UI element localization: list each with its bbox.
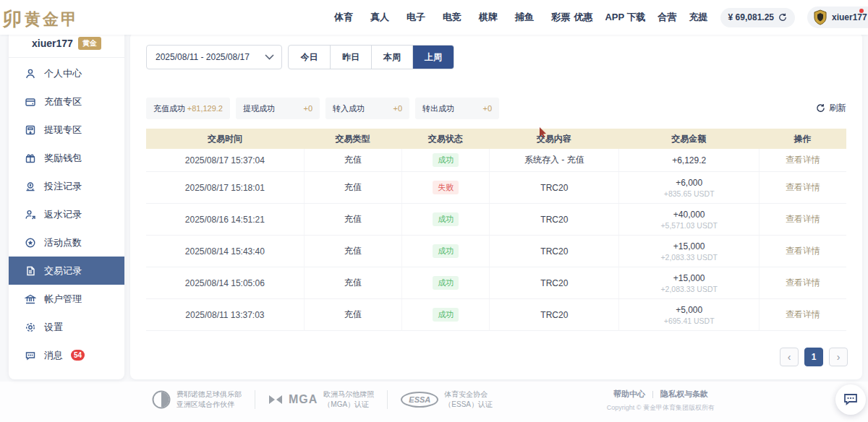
sidebar-item-deposit[interactable]: 充值专区 (9, 87, 124, 116)
site-logo[interactable]: 卯 黄金甲 (7, 7, 79, 32)
transactions-table: 交易时间 交易类型 交易状态 交易内容 交易金额 操作 2025/08/17 1… (146, 129, 846, 331)
nav-fishing[interactable]: 捕鱼 (515, 11, 534, 24)
stat-label: 充值成功 (153, 103, 185, 114)
essa-logo-icon: ESSA (401, 392, 438, 408)
bet-records-icon (25, 181, 36, 192)
avatar-shield-icon (813, 9, 827, 25)
summary-stats: 充值成功 +81,129.2 提现成功 +0 转入成功 +0 转出成功 +0 (146, 98, 499, 119)
sidebar-item-settings[interactable]: 设置 (9, 313, 124, 341)
link-app-download[interactable]: APP 下载 (605, 11, 645, 24)
tab-yesterday[interactable]: 昨日 (330, 46, 371, 69)
nav-lottery[interactable]: 彩票 (551, 11, 570, 24)
cell-time: 2025/08/17 15:37:04 (146, 149, 304, 171)
footer: 费耶诺德足球俱乐部 亚洲区域合作伙伴 MGA 欧洲马尔他牌照 （MGA）认证 E… (0, 382, 868, 422)
nav-sports[interactable]: 体育 (334, 11, 353, 24)
messages-icon (25, 350, 36, 361)
page-1-button[interactable]: 1 (804, 348, 823, 366)
date-range-picker[interactable]: 2025/08/11 - 2025/08/17 (146, 45, 282, 69)
view-details-link[interactable]: 查看详情 (786, 309, 820, 321)
stat-value: +0 (482, 104, 492, 113)
stat-label: 转入成功 (333, 103, 365, 114)
tab-last-week[interactable]: 上周 (412, 46, 454, 69)
copyright-text: Copyright © 黄金甲体育集团版权所有 (607, 403, 715, 413)
settings-icon (25, 322, 36, 333)
partner-mga: MGA 欧洲马尔他牌照 （MGA）认证 (268, 390, 374, 409)
cell-amount: +6,129.2 (672, 155, 706, 165)
next-page-button[interactable]: › (829, 348, 848, 366)
link-promotions[interactable]: 优惠 (574, 11, 592, 24)
cell-type: 充值 (304, 267, 402, 298)
nav-live[interactable]: 真人 (370, 11, 389, 24)
view-details-link[interactable]: 查看详情 (786, 154, 820, 166)
stat-transfer-in-success: 转入成功 +0 (326, 98, 409, 119)
sidebar-item-label: 提现专区 (44, 124, 82, 137)
sidebar-item-transaction-records[interactable]: 交易记录 (9, 257, 124, 285)
cell-content: TRC20 (489, 267, 618, 298)
activity-points-icon (25, 237, 36, 249)
table-row: 2025/08/14 15:43:40 充值 成功 TRC20 +15,000+… (146, 236, 846, 267)
cell-status: 成功 (401, 149, 489, 171)
nav-slots[interactable]: 电子 (407, 11, 425, 24)
logo-text: 黄金甲 (25, 9, 79, 30)
cell-time: 2025/08/14 15:05:06 (146, 267, 304, 298)
partner-line2: 亚洲区域合作伙伴 (176, 400, 242, 409)
sidebar-item-withdraw[interactable]: 提现专区 (9, 116, 124, 144)
sidebar-item-account-management[interactable]: 帐户管理 (9, 285, 124, 313)
cell-content: TRC20 (489, 204, 618, 235)
sidebar-item-label: 交易记录 (44, 264, 82, 277)
col-action: 操作 (759, 133, 846, 145)
messages-count-badge: 54 (71, 350, 85, 361)
cell-time: 2025/08/16 14:51:21 (146, 204, 304, 235)
status-badge: 成功 (433, 308, 459, 322)
cell-time: 2025/08/14 15:43:40 (146, 236, 304, 267)
transaction-records-icon (25, 265, 36, 277)
mga-logo-text: MGA (289, 393, 318, 406)
feyenoord-logo-icon (152, 390, 171, 409)
cell-type: 充值 (304, 299, 402, 330)
partner-line2: （ESSA）认证 (444, 400, 493, 409)
privacy-terms-link[interactable]: 隐私权与条款 (660, 389, 708, 400)
sidebar-item-bet-records[interactable]: 投注记录 (9, 172, 124, 200)
sidebar-item-reward-wallet[interactable]: 奖励钱包 (9, 144, 124, 172)
view-details-link[interactable]: 查看详情 (786, 245, 820, 257)
view-details-link[interactable]: 查看详情 (786, 213, 820, 225)
withdraw-icon (25, 124, 36, 136)
nav-cards[interactable]: 棋牌 (479, 11, 498, 24)
sidebar-item-activity-points[interactable]: 活动点数 (9, 228, 124, 257)
user-menu[interactable]: xiuer177 (807, 7, 868, 28)
view-details-link[interactable]: 查看详情 (786, 277, 820, 289)
refresh-button[interactable]: 刷新 (816, 102, 846, 114)
tab-today[interactable]: 今日 (289, 46, 330, 69)
cell-type: 充值 (304, 149, 402, 171)
view-details-link[interactable]: 查看详情 (786, 181, 820, 194)
header-username: xiuer177 (832, 12, 867, 22)
link-deposit-withdraw[interactable]: 充提 (689, 11, 708, 24)
table-row: 2025/08/16 14:51:21 充值 成功 TRC20 +40,000+… (146, 204, 846, 236)
sidebar-item-messages[interactable]: 消息 54 (9, 341, 124, 369)
stat-value: +0 (303, 104, 312, 113)
customer-service-chat-button[interactable] (835, 384, 866, 415)
cell-content: 系统存入 - 充值 (489, 149, 618, 171)
prev-page-button[interactable]: ‹ (780, 348, 799, 366)
partner-line1: 欧洲马尔他牌照 (323, 390, 374, 399)
sidebar-item-label: 充值专区 (44, 95, 82, 108)
link-affiliate[interactable]: 合营 (658, 11, 677, 24)
sidebar-item-personal-center[interactable]: 个人中心 (9, 59, 124, 87)
mga-logo-icon (268, 394, 283, 405)
sidebar-item-label: 活动点数 (44, 236, 82, 249)
table-row: 2025/08/17 15:37:04 充值 成功 系统存入 - 充值 +6,1… (146, 149, 846, 172)
cell-status: 失败 (401, 172, 489, 203)
help-center-link[interactable]: 帮助中心 (613, 389, 645, 400)
cell-status: 成功 (401, 204, 489, 235)
cell-time: 2025/08/17 15:18:01 (146, 172, 304, 203)
tab-this-week[interactable]: 本周 (371, 46, 412, 69)
table-row: 2025/08/17 15:18:01 充值 失败 TRC20 +6,000+8… (146, 172, 846, 204)
footer-separator (255, 390, 255, 409)
refresh-label: 刷新 (829, 102, 846, 114)
stat-deposit-success: 充值成功 +81,129.2 (146, 98, 230, 119)
refresh-balance-icon[interactable] (778, 13, 787, 22)
balance-pill[interactable]: ¥ 69,081.25 (720, 8, 795, 27)
cell-amount: +15,000 (673, 273, 705, 283)
sidebar-item-rebate-records[interactable]: 返水记录 (9, 200, 124, 228)
nav-esports[interactable]: 电竞 (443, 11, 461, 24)
